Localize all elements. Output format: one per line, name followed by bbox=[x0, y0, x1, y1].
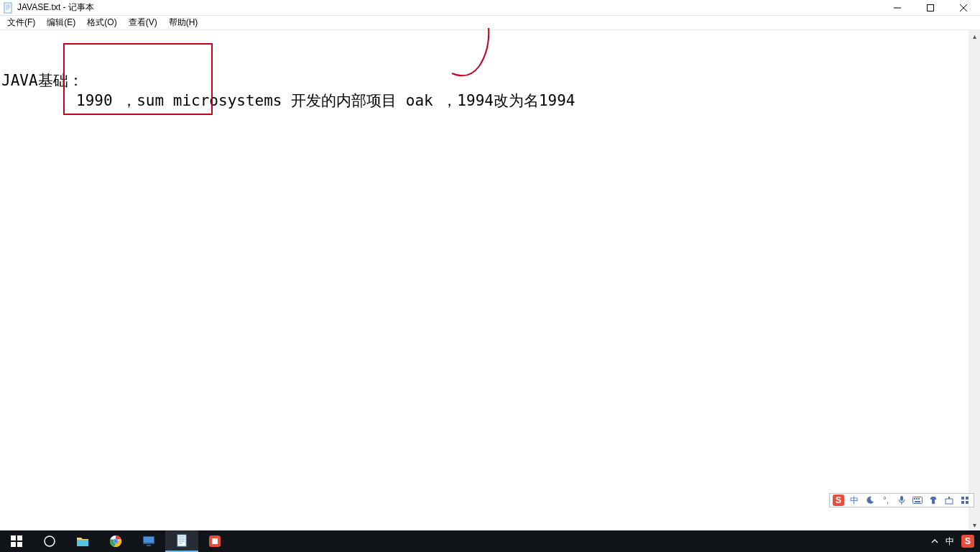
svg-rect-12 bbox=[914, 498, 915, 500]
svg-rect-16 bbox=[946, 499, 953, 504]
scroll-up-arrow[interactable]: ▴ bbox=[969, 30, 980, 42]
svg-rect-25 bbox=[17, 542, 22, 547]
cortana-button[interactable] bbox=[33, 530, 66, 552]
notepad-window: JAVASE.txt - 记事本 文件(F) 编辑(E) 格式(O) 查看(V)… bbox=[0, 0, 980, 552]
svg-rect-6 bbox=[928, 4, 934, 11]
scroll-down-arrow[interactable]: ▾ bbox=[969, 519, 980, 530]
document-icon bbox=[3, 2, 14, 14]
svg-rect-9 bbox=[900, 496, 903, 501]
svg-rect-15 bbox=[915, 501, 920, 502]
svg-rect-18 bbox=[961, 497, 964, 500]
svg-rect-17 bbox=[948, 497, 950, 499]
ime-toolbar[interactable]: S 中 °, bbox=[829, 493, 974, 507]
menu-bar: 文件(F) 编辑(E) 格式(O) 查看(V) 帮助(H) bbox=[0, 16, 980, 30]
svg-rect-33 bbox=[144, 537, 154, 543]
ime-mode[interactable]: 中 bbox=[849, 494, 860, 506]
ime-skin-icon[interactable] bbox=[928, 494, 939, 506]
system-tray: 中 S bbox=[931, 530, 980, 552]
recorder-app-button[interactable] bbox=[198, 530, 231, 552]
menu-format[interactable]: 格式(O) bbox=[81, 16, 122, 29]
menu-file[interactable]: 文件(F) bbox=[1, 16, 41, 29]
vertical-scrollbar[interactable]: ▴ ▾ bbox=[969, 30, 980, 530]
tray-ime-icon[interactable]: S bbox=[961, 535, 974, 548]
svg-rect-20 bbox=[961, 501, 964, 504]
tray-overflow-icon[interactable] bbox=[931, 530, 938, 552]
minimize-button[interactable] bbox=[881, 0, 914, 16]
menu-view[interactable]: 查看(V) bbox=[123, 16, 163, 29]
taskbar: 中 S bbox=[0, 530, 980, 552]
chrome-button[interactable] bbox=[99, 530, 132, 552]
ime-mic-icon[interactable] bbox=[896, 494, 907, 506]
ime-moon-icon[interactable] bbox=[864, 494, 876, 506]
svg-rect-13 bbox=[916, 498, 917, 500]
svg-rect-23 bbox=[17, 535, 22, 540]
maximize-button[interactable] bbox=[914, 0, 947, 16]
svg-rect-41 bbox=[212, 538, 218, 544]
menu-edit[interactable]: 编辑(E) bbox=[41, 16, 81, 29]
svg-rect-19 bbox=[966, 497, 969, 500]
monitor-app-button[interactable] bbox=[132, 530, 165, 552]
svg-rect-27 bbox=[77, 540, 88, 546]
tray-language[interactable]: 中 bbox=[946, 530, 954, 552]
text-editor-area[interactable]: JAVA基础：1990 ，sum microsystems 开发的内部项目 oa… bbox=[0, 30, 980, 530]
svg-rect-21 bbox=[966, 501, 969, 504]
start-button[interactable] bbox=[0, 530, 33, 552]
text-line-1: JAVA基础： bbox=[1, 70, 980, 91]
svg-point-26 bbox=[45, 536, 55, 546]
menu-help[interactable]: 帮助(H) bbox=[163, 16, 204, 29]
svg-rect-35 bbox=[177, 535, 186, 546]
text-content: JAVA基础：1990 ，sum microsystems 开发的内部项目 oa… bbox=[0, 30, 980, 530]
svg-rect-11 bbox=[913, 497, 923, 504]
ime-logo-icon[interactable]: S bbox=[833, 494, 844, 506]
notepad-taskbar-button[interactable] bbox=[165, 530, 198, 552]
svg-rect-22 bbox=[11, 535, 16, 540]
ime-keyboard-icon[interactable] bbox=[912, 494, 923, 506]
text-line-2: 1990 ，sum microsystems 开发的内部项目 oak ，1994… bbox=[76, 91, 980, 111]
close-button[interactable] bbox=[947, 0, 980, 16]
svg-rect-14 bbox=[918, 498, 920, 500]
title-bar: JAVASE.txt - 记事本 bbox=[0, 0, 980, 16]
svg-rect-24 bbox=[11, 542, 16, 547]
ime-punct-icon[interactable]: °, bbox=[880, 494, 892, 506]
ime-menu-icon[interactable] bbox=[959, 494, 971, 506]
svg-rect-34 bbox=[147, 545, 151, 546]
window-title: JAVASE.txt - 记事本 bbox=[17, 1, 94, 14]
file-explorer-button[interactable] bbox=[66, 530, 99, 552]
ime-tool-icon[interactable] bbox=[943, 494, 955, 506]
svg-point-31 bbox=[114, 540, 118, 543]
